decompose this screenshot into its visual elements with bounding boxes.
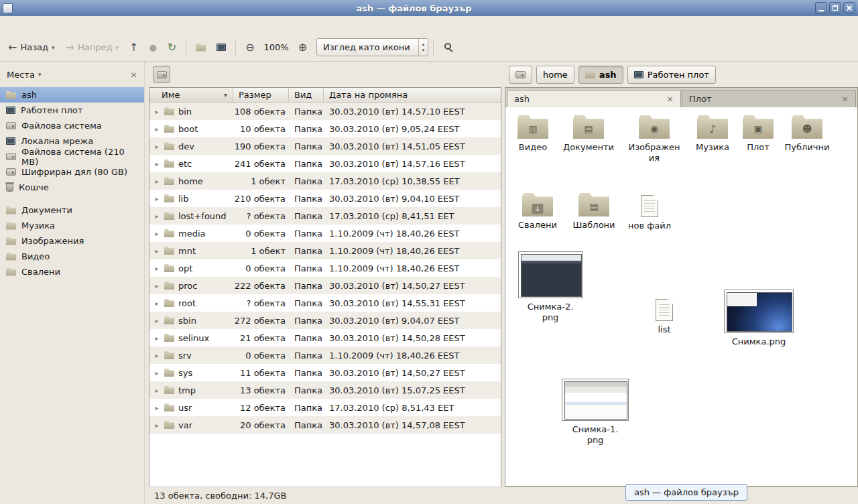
expander-icon[interactable]: ▸	[154, 422, 160, 429]
sidebar-item[interactable]: Файлова система (210 MB)	[0, 149, 144, 164]
expander-icon[interactable]: ▸	[154, 387, 160, 394]
expander-icon[interactable]: ▸	[154, 108, 160, 115]
icon-view-item[interactable]: Шаблони	[567, 193, 621, 231]
pathbar-button[interactable]: ash	[578, 66, 623, 84]
expander-icon[interactable]: ▸	[154, 143, 160, 150]
pathbar-button[interactable]: home	[536, 66, 574, 84]
file-row[interactable]: ▸ srv 0 обекта Папка 1.10.2009 (чт) 18,4…	[149, 346, 501, 364]
view-mode-combobox[interactable]: Изглед като икони ▴▾	[316, 38, 428, 56]
minimize-button[interactable]	[815, 2, 827, 14]
tab[interactable]: Плот ×	[682, 90, 856, 107]
expander-icon[interactable]: ▸	[154, 282, 160, 290]
file-row[interactable]: ▸ home 1 обект Папка 17.03.2010 (ср) 10,…	[149, 172, 501, 190]
back-button[interactable]: ← Назад ▾	[3, 38, 60, 57]
file-row[interactable]: ▸ mnt 1 обект Папка 1.10.2009 (чт) 18,40…	[149, 242, 501, 259]
icon-view-item[interactable]: Снимка-1. png	[560, 379, 630, 445]
icon-view-item[interactable]: Снимка-2. png	[517, 251, 584, 322]
expander-icon[interactable]: ▸	[154, 265, 160, 272]
file-row[interactable]: ▸ etc 241 обекта Папка 30.03.2010 (вт) 1…	[149, 155, 501, 172]
tab-close-icon[interactable]: ×	[841, 94, 849, 103]
file-row[interactable]: ▸ var 20 обекта Папка 30.03.2010 (вт) 14…	[149, 416, 501, 434]
root-location-button[interactable]	[153, 66, 170, 83]
menu-item[interactable]	[2, 22, 14, 27]
file-row[interactable]: ▸ bin 108 обекта Папка 30.03.2010 (вт) 1…	[149, 103, 501, 120]
menu-item[interactable]	[50, 22, 62, 27]
icon-view-item[interactable]: Публични	[780, 115, 834, 153]
icon-view-item[interactable]: нов файл	[623, 193, 676, 231]
sidebar-close-icon[interactable]: ×	[130, 70, 137, 79]
pathbar-button[interactable]: Работен плот	[627, 66, 716, 84]
zoom-out-button[interactable]: ⊖	[241, 38, 259, 57]
menu-item[interactable]	[38, 22, 50, 27]
tab-close-icon[interactable]: ×	[666, 94, 674, 103]
home-button[interactable]	[191, 40, 210, 56]
reload-button[interactable]: ↻	[163, 38, 181, 57]
expander-icon[interactable]: ▸	[154, 317, 160, 324]
file-row[interactable]: ▸ usr 12 обекта Папка 17.03.2010 (ср) 8,…	[149, 399, 501, 416]
computer-button[interactable]	[212, 40, 231, 55]
expander-icon[interactable]: ▸	[154, 369, 160, 377]
expander-icon[interactable]: ▸	[154, 352, 160, 359]
zoom-in-button[interactable]: ⊕	[294, 38, 312, 57]
sidebar-item[interactable]: Работен плот	[0, 103, 144, 118]
sidebar-item[interactable]: ash	[0, 87, 144, 103]
up-button[interactable]: ↑	[125, 38, 143, 57]
sidebar-item[interactable]: Изображения	[0, 233, 144, 249]
maximize-button[interactable]	[829, 2, 841, 14]
file-row[interactable]: ▸ selinux 21 обекта Папка 30.03.2010 (вт…	[149, 329, 501, 346]
expander-icon[interactable]: ▸	[154, 212, 160, 220]
expander-icon[interactable]: ▸	[154, 178, 160, 185]
file-row[interactable]: ▸ boot 10 обекта Папка 30.03.2010 (вт) 9…	[149, 120, 501, 137]
menu-item[interactable]	[62, 22, 74, 27]
column-header-size[interactable]: Размер	[233, 88, 289, 102]
expander-icon[interactable]: ▸	[154, 334, 160, 342]
icon-view-item[interactable]: Снимка.png	[722, 290, 796, 347]
expander-icon[interactable]: ▸	[154, 300, 160, 307]
sidebar-item[interactable]: Файлова система	[0, 118, 144, 133]
column-header-name[interactable]: Име ▾	[149, 88, 233, 102]
forward-button[interactable]: → Напред ▾	[61, 38, 123, 57]
file-row[interactable]: ▸ proc 222 обекта Папка 30.03.2010 (вт) …	[149, 277, 501, 294]
sidebar-header[interactable]: Места ▾ ×	[0, 62, 144, 87]
file-row[interactable]: ▸ lost+found ? обекта Папка 17.03.2010 (…	[149, 207, 501, 225]
stop-button[interactable]: ●	[144, 39, 161, 56]
icon-view-item[interactable]: Плот	[731, 115, 785, 153]
expander-icon[interactable]: ▸	[154, 404, 160, 412]
close-button[interactable]	[843, 2, 855, 14]
sidebar-chevron-icon[interactable]: ▾	[38, 71, 42, 78]
combobox-arrows-icon[interactable]: ▴▾	[418, 39, 428, 56]
menu-item[interactable]	[14, 22, 26, 27]
file-row[interactable]: ▸ tmp 13 обекта Папка 30.03.2010 (вт) 15…	[149, 381, 501, 399]
sidebar-item[interactable]: Свалени	[0, 264, 144, 279]
column-header-type[interactable]: Вид	[289, 88, 324, 102]
expander-icon[interactable]: ▸	[154, 125, 160, 133]
sidebar-splitter[interactable]	[144, 62, 149, 504]
back-history-chevron-icon[interactable]: ▾	[52, 44, 55, 51]
icon-view-item[interactable]: Изображен ия	[627, 115, 681, 163]
sidebar-item[interactable]: Музика	[0, 218, 144, 233]
tab[interactable]: ash ×	[507, 90, 681, 107]
icon-view-item[interactable]: list	[637, 297, 691, 335]
menu-item[interactable]	[26, 22, 38, 27]
file-row[interactable]: ▸ lib 210 обекта Папка 30.03.2010 (вт) 9…	[149, 190, 501, 207]
icon-view-item[interactable]: Документи	[562, 115, 615, 153]
sidebar-item[interactable]: Видео	[0, 249, 144, 264]
expander-icon[interactable]: ▸	[154, 230, 160, 237]
icon-view-item[interactable]: Видео	[506, 115, 560, 153]
sidebar-item[interactable]: Шифриран дял (80 GB)	[0, 164, 144, 180]
file-row[interactable]: ▸ opt 0 обекта Папка 1.10.2009 (чт) 18,4…	[149, 259, 501, 277]
titlebar[interactable]: ash — файлов браузър	[0, 0, 858, 16]
icon-view-item[interactable]: Свалени	[511, 193, 564, 231]
expander-icon[interactable]: ▸	[154, 195, 160, 202]
expander-icon[interactable]: ▸	[154, 160, 160, 168]
search-button[interactable]	[438, 39, 458, 56]
expander-icon[interactable]: ▸	[154, 247, 160, 255]
file-row[interactable]: ▸ dev 190 обекта Папка 30.03.2010 (вт) 1…	[149, 137, 501, 155]
sidebar-item[interactable]: Документи	[0, 202, 144, 218]
file-row[interactable]: ▸ media 0 обекта Папка 1.10.2009 (чт) 18…	[149, 225, 501, 242]
file-row[interactable]: ▸ sys 11 обекта Папка 30.03.2010 (вт) 14…	[149, 364, 501, 381]
column-header-modified[interactable]: Дата на промяна	[324, 88, 501, 102]
pathbar-button[interactable]	[509, 66, 532, 84]
file-row[interactable]: ▸ root ? обекта Папка 30.03.2010 (вт) 14…	[149, 294, 501, 312]
file-row[interactable]: ▸ sbin 272 обекта Папка 30.03.2010 (вт) …	[149, 312, 501, 329]
